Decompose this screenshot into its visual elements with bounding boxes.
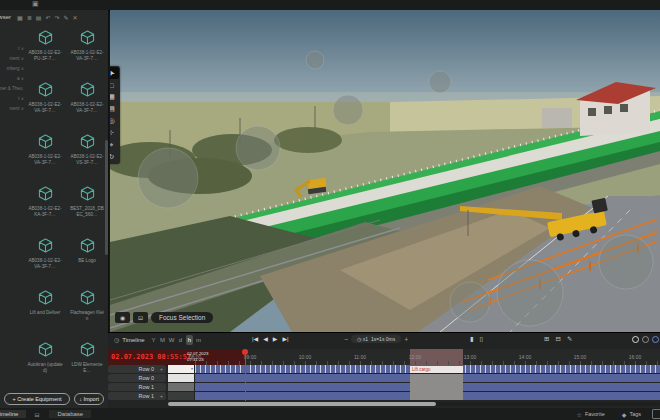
tags-button[interactable]: ◆Tags [616, 411, 647, 418]
row-label[interactable]: Row 0+ [108, 365, 166, 373]
equipment-item[interactable]: AB038-1-02-E2-VA-3F-7… [24, 130, 66, 182]
tree-item[interactable]: ment ∨ [0, 104, 24, 114]
unit-week-button[interactable]: W [168, 335, 175, 345]
clipped-toolbar-icon[interactable] [652, 409, 660, 419]
focus-selection-button[interactable]: Focus Selection [151, 312, 213, 323]
equipment-item[interactable]: AB038-1-02-E2-VA-3F-7… [66, 78, 108, 130]
tab-database[interactable]: Database [49, 410, 91, 418]
row-label[interactable]: Row 0 [108, 374, 166, 382]
timeline-ruler[interactable]: 02.07.2023 08:55:57 02.07.202307:31:23 0… [108, 349, 660, 366]
equipment-label: Lift and Deliver [24, 309, 66, 316]
visibility-button[interactable]: ◉ [115, 312, 130, 323]
viewport-3d[interactable]: ➤ □ ▦ ▤ ◎ ⊹ ⌖ ↻ ◉ ⊡ Focus Selection [110, 10, 660, 332]
equipment-item[interactable]: Flachwagen Klein [66, 286, 108, 338]
focus-button[interactable]: ⊡ [133, 312, 148, 323]
grid-view-tool[interactable]: ▦ [110, 91, 119, 103]
skip-start-button[interactable]: |◀ [252, 335, 258, 342]
scrollbar-thumb[interactable] [168, 402, 436, 406]
skip-end-button[interactable]: ▶| [282, 335, 288, 342]
status-circle-dark[interactable] [642, 336, 649, 343]
cube-icon [38, 342, 53, 357]
equipment-item[interactable]: AB038-1-02-E2-VA-3F-7… [24, 234, 66, 286]
unit-day-button[interactable]: d [177, 335, 184, 345]
row-label[interactable]: Row 1 [108, 383, 166, 391]
sidebar-scrollbar[interactable] [105, 140, 108, 255]
undo-icon[interactable]: ↶ [45, 14, 50, 21]
value-cell[interactable] [168, 392, 194, 400]
hour-tick: 13:00 [456, 354, 484, 360]
equipment-label: AB038-1-02-E2-VA-3F-7… [24, 101, 66, 113]
timeline-hscrollbar[interactable] [168, 402, 660, 406]
timeline-title: ◷Timeline [114, 336, 145, 343]
step-back-button[interactable]: ◀ [263, 335, 268, 342]
equipment-label: BEST_2018_DBEC_560… [66, 205, 108, 217]
model-tree: t ∨ ment ∨ mberg ∨ a ∨ ner & Theu… t ∨ m… [0, 44, 24, 114]
pan-tool[interactable]: ⊹ [110, 127, 119, 139]
value-cell[interactable]: ▾ [168, 365, 194, 373]
edit-icon[interactable]: ✎ [567, 335, 572, 343]
copy-icon[interactable]: ▤ [36, 14, 42, 21]
equipment-item[interactable]: AB038-1-02-E2-VA-3F-7… [66, 26, 108, 78]
speed-value[interactable]: ◷ x1 1s=1s 0ms [351, 335, 401, 343]
equipment-item[interactable]: BE Logo [66, 234, 108, 286]
speed-plus-button[interactable]: + [404, 336, 408, 343]
calendar-icon[interactable]: ⊞ [544, 335, 549, 343]
equipment-item[interactable]: AB038-1-02-E2-KA-3F-7… [24, 182, 66, 234]
equipment-item[interactable]: AB038-1-02-E2-VS-3F-7… [66, 130, 108, 182]
flask-icon[interactable]: ▯ [480, 335, 484, 343]
calendar-range-icon[interactable]: ⊟ [555, 335, 560, 343]
equipment-item[interactable]: AB038-1-02-E2-PU-3F-7… [24, 26, 66, 78]
unit-month-button[interactable]: M [159, 335, 166, 345]
tree-item[interactable]: mberg ∨ [0, 64, 24, 74]
focus-target-tool[interactable]: ⌖ [110, 139, 119, 151]
equipment-item[interactable]: Autokran (updated) [24, 338, 66, 390]
marquee-select-tool[interactable]: □ [110, 79, 119, 91]
gantt-bars[interactable]: Lift cargo [195, 365, 660, 400]
list-view-icon[interactable]: ≣ [27, 14, 32, 21]
tree-item[interactable]: ment ∨ [0, 54, 24, 64]
unit-year-button[interactable]: Y [150, 335, 157, 345]
redo-icon[interactable]: ↷ [54, 14, 59, 21]
layers-view-tool[interactable]: ▤ [110, 103, 119, 115]
status-circle-blue[interactable] [652, 336, 659, 343]
tree-item[interactable]: a ∨ [0, 74, 24, 84]
unit-minute-button[interactable]: m [195, 335, 202, 345]
add-row-icon[interactable]: + [160, 392, 163, 400]
create-equipment-button[interactable]: + Create Equipment [4, 393, 70, 405]
delete-icon[interactable]: ✕ [72, 14, 77, 21]
status-circles [632, 336, 660, 343]
tree-item[interactable]: t ∨ [0, 44, 24, 54]
value-cell[interactable] [168, 383, 194, 391]
rotate-tool[interactable]: ↻ [110, 151, 119, 163]
equipment-item[interactable]: LDW Elemente E… [66, 338, 108, 390]
select-cursor-tool[interactable]: ➤ [110, 67, 119, 79]
orbit-tool[interactable]: ◎ [110, 115, 119, 127]
tree-item[interactable]: t ∨ [0, 94, 24, 104]
tab-timeline[interactable]: Timeline [0, 410, 26, 418]
speed-minus-button[interactable]: − [344, 336, 348, 343]
status-circle-gray[interactable] [632, 336, 639, 343]
edit-icon[interactable]: ✎ [63, 14, 68, 21]
viewport-3d-scene[interactable] [110, 10, 660, 332]
value-cell[interactable] [168, 374, 194, 382]
task-label: Lift cargo [410, 366, 463, 373]
add-row-icon[interactable]: + [160, 365, 163, 373]
marker-icon[interactable]: ▮ [470, 335, 474, 343]
marquee-icon: □ [110, 82, 114, 89]
window-icon[interactable]: ▣ [32, 0, 39, 8]
equipment-item[interactable]: Lift and Deliver [24, 286, 66, 338]
equipment-item[interactable]: BEST_2018_DBEC_560… [66, 182, 108, 234]
cube-icon [80, 134, 95, 149]
gallery-view-icon[interactable]: ▦ [17, 14, 23, 21]
task-block-header[interactable]: Lift cargo [410, 365, 463, 373]
play-button[interactable]: ▶ [273, 335, 278, 342]
favorite-button[interactable]: ☆Favorite [570, 411, 610, 418]
unit-hour-button[interactable]: h [186, 335, 193, 345]
row-label[interactable]: Row 1+ [108, 392, 166, 400]
plugin-icon[interactable]: ⊟ [34, 411, 39, 418]
equipment-item[interactable]: AB038-1-02-E2-VA-3F-7… [24, 78, 66, 130]
equipment-label: AB038-1-02-E2-VA-3F-7… [66, 101, 108, 113]
import-button[interactable]: ↓ Import [74, 393, 104, 405]
task-block-body[interactable] [410, 374, 463, 400]
tree-item[interactable]: ner & Theu… [0, 84, 24, 94]
